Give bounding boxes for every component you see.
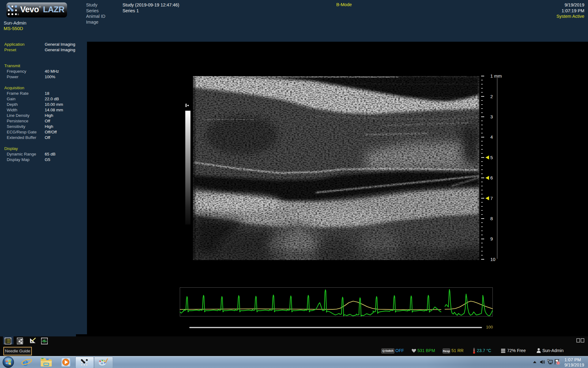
svg-text:2: 2 xyxy=(490,94,493,99)
svg-text:e: e xyxy=(22,357,28,367)
svg-text:®: ® xyxy=(17,13,19,16)
svg-text:10: 10 xyxy=(490,257,496,262)
svg-text:9: 9 xyxy=(490,236,493,241)
svg-text:6: 6 xyxy=(490,175,493,180)
svg-text:3: 3 xyxy=(490,114,493,119)
svg-text:5: 5 xyxy=(490,155,493,160)
svg-text:4: 4 xyxy=(490,134,493,140)
svg-text:7: 7 xyxy=(490,196,493,201)
svg-text:8: 8 xyxy=(490,216,493,221)
svg-text:1 mm: 1 mm xyxy=(490,74,502,79)
